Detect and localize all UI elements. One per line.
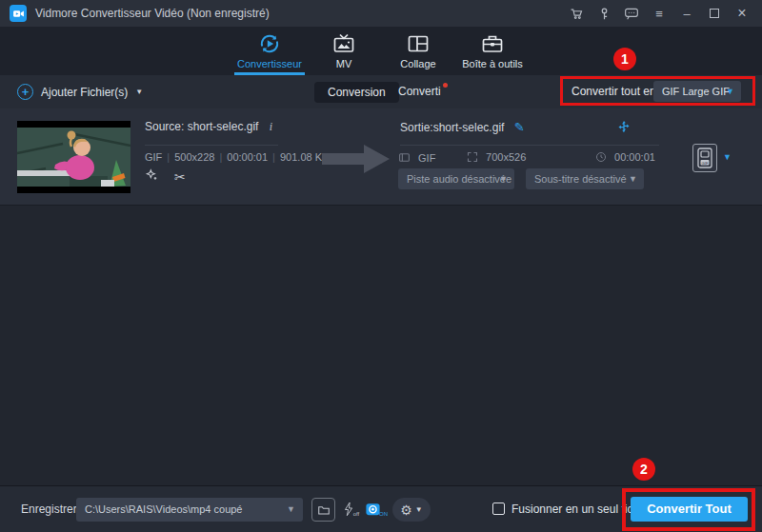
format-badge-text: GIF (702, 161, 709, 166)
register-key-icon[interactable] (593, 3, 614, 24)
main-nav: Convertisseur MV Collage Boîte à outils (0, 27, 762, 75)
collage-icon (407, 32, 430, 55)
chevron-down-icon: ▼ (726, 81, 734, 102)
chevron-down-icon: ▼ (287, 498, 295, 522)
output-resolution-info: 700x526 (467, 151, 526, 163)
add-files-label: Ajouter Fichier(s) (41, 86, 128, 99)
merge-files-checkbox[interactable] (492, 502, 505, 515)
cart-icon[interactable] (566, 3, 587, 24)
convert-all-button[interactable]: Convertir Tout (631, 497, 748, 522)
chevron-down-icon[interactable]: ▼ (135, 88, 143, 96)
annotation-step-2: 2 (632, 458, 655, 481)
output-duration-info: 00:00:01 (595, 151, 655, 163)
chevron-down-icon: ▼ (499, 168, 508, 189)
tab-converti[interactable]: Converti (398, 85, 448, 98)
output-format-select[interactable]: GIF Large GIF ▼ (653, 81, 741, 102)
source-duration: 00:00:01 (227, 151, 268, 163)
title-bar: Vidmore Convertisseur Vidéo (Non enregis… (0, 0, 762, 27)
tab-mv[interactable]: MV (307, 27, 381, 75)
cut-icon[interactable]: ✂ (174, 169, 186, 185)
annotation-step-1: 1 (613, 48, 636, 70)
gpu-on-tag: ON (379, 511, 388, 517)
bottom-bar: Enregistrer: C:\Users\RAIS\Videos\mp4 co… (0, 485, 762, 532)
output-file-title: Sortie:short-selec.gif ✎ (400, 120, 525, 134)
convert-direction-arrow-icon (322, 143, 391, 178)
move-item-icon[interactable] (617, 120, 631, 136)
mv-icon (332, 32, 355, 55)
subtitle-value: Sous-titre désactivé (534, 173, 627, 185)
gpu-acceleration-toggle[interactable]: ON (365, 498, 388, 522)
notification-dot (443, 83, 448, 88)
resolution-icon (467, 151, 478, 163)
plus-circle-icon: + (17, 84, 33, 100)
feedback-icon[interactable] (621, 3, 642, 24)
output-format-info: GIF (398, 151, 435, 164)
window-title: Vidmore Convertisseur Vidéo (Non enregis… (35, 7, 270, 20)
source-format: GIF (145, 151, 162, 163)
output-duration: 00:00:01 (614, 151, 655, 163)
chevron-down-icon: ▼ (629, 168, 637, 189)
tab-boite-a-outils[interactable]: Boîte à outils (455, 27, 530, 75)
maximize-button[interactable] (704, 3, 725, 24)
output-file-name: Sortie:short-selec.gif (400, 121, 504, 134)
open-folder-button[interactable] (311, 498, 335, 522)
convert-all-label: Convertir tout en: (572, 85, 659, 98)
tab-label: Collage (400, 58, 435, 69)
tab-conversion[interactable]: Conversion (314, 82, 399, 103)
toolbar: + Ajouter Fichier(s) ▼ Conversion Conver… (0, 75, 762, 108)
save-to-label: Enregistrer: (21, 502, 80, 516)
app-window: Vidmore Convertisseur Vidéo (Non enregis… (0, 0, 762, 532)
save-path-value: C:\Users\RAIS\Videos\mp4 coupé (85, 503, 242, 515)
hardware-acceleration-toggle[interactable]: off (339, 498, 362, 522)
output-resolution: 700x526 (486, 151, 526, 163)
divider (400, 145, 659, 146)
source-size: 901.08 Ko (280, 151, 328, 163)
tab-label: Convertisseur (237, 58, 302, 69)
minimize-button[interactable]: – (676, 3, 697, 24)
video-thumbnail[interactable] (17, 121, 130, 193)
chevron-down-icon: ▼ (415, 505, 423, 514)
hw-off-tag: off (353, 511, 360, 517)
add-files-button[interactable]: + Ajouter Fichier(s) ▼ (17, 75, 143, 108)
source-meta: GIF|500x228|00:00:01|901.08 Ko (145, 151, 328, 163)
tab-collage[interactable]: Collage (381, 27, 455, 75)
toolbox-icon (481, 32, 504, 55)
source-resolution: 500x228 (174, 151, 214, 163)
source-file-title: Source: short-selec.gif i (145, 120, 272, 134)
gear-icon: ⚙ (400, 502, 412, 518)
audio-track-value: Piste audio désactivée (407, 173, 511, 185)
tab-convertisseur[interactable]: Convertisseur (232, 27, 307, 75)
file-row[interactable]: Source: short-selec.gif i GIF|500x228|00… (0, 108, 762, 206)
per-file-format-button[interactable]: GIF (692, 144, 717, 172)
app-logo-icon (10, 5, 27, 22)
settings-button[interactable]: ⚙ ▼ (392, 498, 431, 522)
rename-pencil-icon[interactable]: ✎ (514, 120, 525, 134)
tab-label: MV (336, 58, 352, 69)
audio-track-dropdown[interactable]: Piste audio désactivée ▼ (398, 168, 514, 189)
menu-icon[interactable]: ≡ (649, 3, 670, 24)
output-format: GIF (418, 152, 435, 164)
close-button[interactable]: × (732, 3, 752, 24)
chevron-down-icon[interactable]: ▼ (723, 152, 732, 162)
clock-icon (595, 151, 607, 163)
converter-icon (258, 32, 281, 55)
divider (145, 145, 278, 146)
edit-effects-icon[interactable] (144, 167, 159, 186)
save-path-select[interactable]: C:\Users\RAIS\Videos\mp4 coupé ▼ (76, 498, 303, 522)
tab-label: Boîte à outils (462, 58, 523, 69)
subtitle-dropdown[interactable]: Sous-titre désactivé ▼ (526, 168, 644, 189)
source-file-name: Source: short-selec.gif (145, 120, 258, 133)
output-format-value: GIF Large GIF (662, 86, 730, 97)
tab-converti-label: Converti (398, 85, 441, 98)
maximize-icon (710, 9, 719, 18)
info-icon[interactable]: i (270, 120, 272, 133)
format-icon (398, 151, 411, 164)
